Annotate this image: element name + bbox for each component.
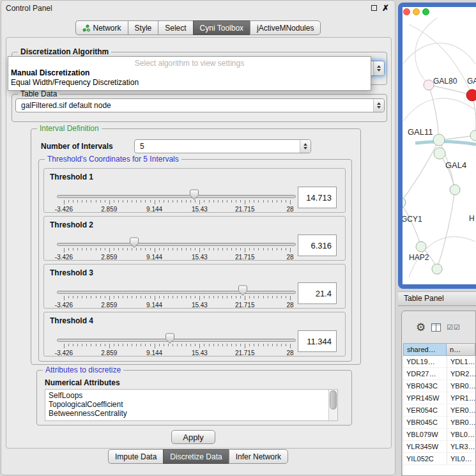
tab-select[interactable]: Select <box>158 20 192 35</box>
network-node[interactable] <box>434 148 445 159</box>
threshold-slider[interactable]: -3.4262.8599.14415.4321.71528 <box>57 236 298 260</box>
table-data-combo[interactable]: galFiltered.sif default node <box>15 98 385 112</box>
control-panel-titlebar: Control Panel ✗ <box>1 1 395 13</box>
network-node[interactable] <box>424 80 434 90</box>
algorithm-option[interactable]: Equal Width/Frequency Discretization <box>8 78 371 88</box>
table-cell[interactable]: YBL0… <box>447 429 475 440</box>
tab-infer-network[interactable]: Infer Network <box>229 449 288 464</box>
tab-discretize-data[interactable]: Discretize Data <box>163 449 228 464</box>
table-row[interactable]: YER054CYER0… <box>403 404 475 417</box>
slider-thumb[interactable] <box>190 189 199 201</box>
threshold-label: Threshold 4 <box>50 316 93 325</box>
table-cell[interactable]: YDL19… <box>403 356 447 367</box>
attributes-scrollbar[interactable] <box>328 390 337 420</box>
select-columns-icon[interactable]: ☑☑ <box>447 323 461 332</box>
threshold-value-field[interactable]: 21.4 <box>298 282 337 304</box>
number-of-intervals-combo[interactable]: 5 <box>134 139 311 153</box>
attribute-item[interactable]: SelfLoops <box>49 391 328 400</box>
network-node[interactable] <box>416 242 426 252</box>
combo-stepper-icon[interactable] <box>300 140 311 153</box>
tab-jactivemnodules[interactable]: jActiveMNodules <box>250 20 321 35</box>
threshold-slider[interactable]: -3.4262.8599.14415.4321.71528 <box>57 188 298 212</box>
table-cell[interactable]: YER0… <box>447 404 475 416</box>
table-cell[interactable]: YLR345W <box>403 441 447 452</box>
threshold-value-field[interactable]: 14.713 <box>298 187 337 208</box>
scale-label: 21.715 <box>235 254 255 261</box>
algorithm-option[interactable]: Manual Discretization <box>8 68 371 78</box>
table-cell[interactable]: YIL0… <box>447 453 475 464</box>
slider-thumb[interactable] <box>129 237 139 249</box>
table-cell[interactable]: YIL052C <box>403 453 447 464</box>
apply-button[interactable]: Apply <box>171 430 215 444</box>
table-row[interactable]: YBR043CYBR0… <box>403 380 475 392</box>
network-node[interactable] <box>432 264 442 274</box>
table-body: YDL19…YDL1…YDR27…YDR2…YBR043CYBR0…YPR145… <box>403 356 475 475</box>
table-cell[interactable]: YPR1… <box>447 392 475 404</box>
table-cell[interactable]: YBR0… <box>447 417 475 428</box>
tab-cyni-toolbox[interactable]: Cyni Toolbox <box>193 20 250 35</box>
tab-network[interactable]: Network <box>75 20 128 35</box>
table-row[interactable]: YIL052CYIL0… <box>403 453 475 465</box>
thresholds-group-title: Threshold's Coordinates for 5 Intervals <box>45 155 181 164</box>
table-cell[interactable]: YER054C <box>403 404 447 416</box>
network-node[interactable] <box>466 89 476 101</box>
network-node[interactable] <box>403 197 406 208</box>
threshold-slider[interactable]: -3.4262.8599.14415.4321.71528 <box>57 284 298 308</box>
table-row[interactable]: YDR27…YDR2… <box>403 368 475 380</box>
tab-impute-data[interactable]: Impute Data <box>108 449 163 464</box>
slider-thumb[interactable] <box>238 285 247 296</box>
algorithm-dropdown: Select algorithm to view settings Manual… <box>8 56 371 91</box>
column-header-shared-name[interactable]: shared… <box>403 343 447 356</box>
scale-label: -3.426 <box>55 254 73 261</box>
threshold-label: Threshold 2 <box>50 220 93 229</box>
table-cell[interactable]: YBR0… <box>447 380 475 392</box>
table-row[interactable]: YBL079WYBL0… <box>403 429 475 441</box>
slider-track[interactable] <box>57 339 296 342</box>
tab-style[interactable]: Style <box>128 20 158 35</box>
slider-thumb[interactable] <box>165 333 175 344</box>
threshold-value-field[interactable]: 6.316 <box>298 234 337 256</box>
columns-icon[interactable] <box>431 323 441 332</box>
attribute-item[interactable]: TopologicalCoefficient <box>49 400 328 409</box>
scale-label: 21.715 <box>235 349 255 357</box>
slider-track[interactable] <box>57 291 296 294</box>
network-canvas[interactable]: GAL80GAGAL11GAL4GCY1HHAP2 <box>403 7 476 284</box>
number-of-intervals-value: 5 <box>135 142 311 151</box>
scale-label: 21.715 <box>235 302 255 309</box>
slider-track[interactable] <box>57 243 296 246</box>
scrollbar-thumb[interactable] <box>330 390 337 410</box>
network-edge <box>437 190 455 269</box>
scale-label: 28 <box>286 206 293 213</box>
network-node[interactable] <box>433 134 445 146</box>
table-cell[interactable]: YDL1… <box>447 356 475 367</box>
float-window-icon[interactable] <box>371 5 377 11</box>
network-node[interactable] <box>450 185 460 195</box>
table-cell[interactable]: YPR145W <box>403 392 447 404</box>
table-row[interactable]: YLR345WYLR3… <box>403 441 475 453</box>
column-header-name[interactable]: n… <box>447 343 475 356</box>
scale-label: 21.715 <box>235 206 255 213</box>
table-cell[interactable]: YBR045C <box>403 417 447 428</box>
threshold-slider[interactable]: -3.4262.8599.14415.4321.71528 <box>57 332 298 356</box>
table-cell[interactable]: YDR2… <box>447 368 475 380</box>
close-icon[interactable]: ✗ <box>382 4 389 12</box>
table-row[interactable]: YPR145WYPR1… <box>403 392 475 404</box>
network-node[interactable] <box>470 130 476 141</box>
table-cell[interactable]: YBR043C <box>403 380 447 392</box>
table-cell[interactable]: YLR3… <box>447 441 475 452</box>
table-toolbar: ⚙ ☑☑ <box>402 320 461 334</box>
scale-label: -3.426 <box>55 206 73 213</box>
tab-label: Discretize Data <box>170 452 222 461</box>
interval-definition-title: Interval Definition <box>37 124 102 133</box>
combo-stepper-icon[interactable] <box>373 61 384 75</box>
table-row[interactable]: YDL19…YDL1… <box>403 356 475 368</box>
slider-track[interactable] <box>57 195 296 198</box>
table-cell[interactable]: YDR27… <box>403 368 447 380</box>
gear-icon[interactable]: ⚙ <box>416 322 426 333</box>
table-cell[interactable]: YBL079W <box>403 429 447 440</box>
table-row[interactable]: YBR045CYBR0… <box>403 417 475 429</box>
combo-stepper-icon[interactable] <box>373 99 384 112</box>
threshold-value-field[interactable]: 11.344 <box>298 330 337 352</box>
attribute-item[interactable]: BetweennessCentrality <box>49 409 328 418</box>
network-view-window: GAL80GAGAL11GAL4GCY1HHAP2 <box>398 3 476 289</box>
